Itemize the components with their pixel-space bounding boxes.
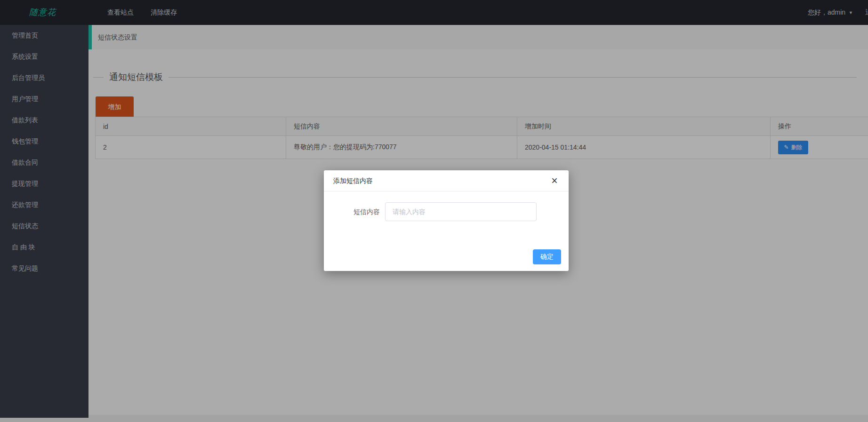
- close-icon[interactable]: ×: [548, 174, 561, 187]
- sms-content-label: 短信内容: [324, 202, 380, 221]
- sms-content-input[interactable]: [385, 202, 537, 221]
- modal-header: 添加短信内容 ×: [324, 170, 569, 191]
- confirm-button[interactable]: 确定: [533, 249, 561, 264]
- add-sms-modal: 添加短信内容 × 短信内容 确定: [324, 170, 569, 271]
- modal-title: 添加短信内容: [324, 170, 569, 191]
- modal-footer: 确定: [533, 249, 561, 264]
- sms-content-form-row: 短信内容: [324, 202, 569, 221]
